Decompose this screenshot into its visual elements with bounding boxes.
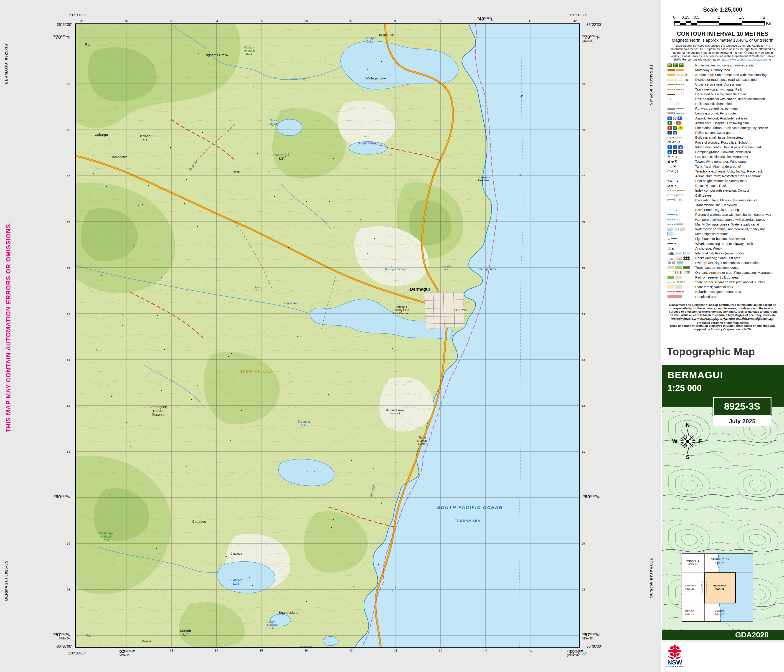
legend-label: Aquaculture farm; Restricted area; Landm… (695, 174, 761, 178)
corner-lat-bottom-right: -36°30'00" (585, 644, 602, 649)
grid-easting-bottom: 38 (394, 649, 397, 652)
legend-label: Transmission line; Cableway (695, 203, 737, 207)
legend-label: State forest; National park (695, 285, 733, 289)
legend-label: Airport; Heliport; Roadside rest area (695, 117, 748, 120)
scale-segment (686, 21, 691, 23)
distributor-local-icon: ▤ (667, 78, 695, 81)
grid-easting-top: 39 (439, 19, 442, 23)
grid-easting-top: 32 (125, 19, 128, 23)
legend-row: Waterbody: perennial, non perennial, mai… (667, 227, 779, 232)
corner-lon-bottom-left: 150°00'00" (68, 651, 86, 655)
wharf-rock-icon: ∗ (667, 243, 695, 245)
legend-label: Lighthouse or beacon; Breakwater (695, 237, 745, 241)
corner-lon-top-right: 150°07'30" (569, 13, 587, 17)
map-label: KE (86, 633, 91, 638)
map-label: BarraggaBay (300, 645, 313, 647)
busway-unsealed-icon (667, 94, 695, 95)
topographic-map-sheet: { "side_texts": { "left_top": "BERMAGUI … (0, 0, 784, 672)
map-label: Cuttagee (230, 552, 242, 555)
legend-label: Trees: sparse, medium, dense (695, 266, 739, 269)
map-label: Cuttagee (192, 520, 206, 523)
legend-label: Intertidal flat; Rocks (awash); Reef (695, 252, 745, 255)
grid-northing-right: 62 (582, 404, 585, 408)
legend-row: ⚑▼⊥Golf course; Historic site; Monument (667, 154, 779, 159)
copyright-link[interactable]: https://www.spatial.nsw.gov.au/copyright (720, 58, 773, 61)
corner-lat-top-left: -36°22'30" (56, 23, 72, 27)
park-builtup-icon (667, 276, 695, 279)
rail-operational-icon: ─○───┼── (667, 98, 695, 100)
grid-northing-left: 67 (67, 174, 70, 177)
legend-label: Waterbody: perennial, non perennial, mai… (695, 227, 765, 231)
document-type-title: Topographic Map (667, 345, 755, 358)
legend-row: ▤Distributor road, Local road with cattl… (667, 77, 779, 82)
grid-easting-bottom: 37 (349, 649, 353, 652)
suburb-lga-icon (667, 291, 695, 292)
grid-easting-bottom: 33 (170, 649, 173, 652)
grid-easting-bottom: 34 (215, 649, 218, 652)
legend-row: ●●+∿Bore; Pond; Regulator; Spring (667, 207, 779, 212)
legend-panel: Scale 1:25,000 00.250.511.52 Km CONTOUR … (661, 0, 784, 672)
map-label: TASMAN SEA (455, 519, 481, 523)
legend-label: Perennial watercourse with lock, barrier… (695, 213, 771, 216)
grid-easting-top: 42 (574, 19, 577, 23)
legend-label: Orchard, vineyard or crop; Pine plantati… (695, 271, 772, 274)
map-name: BERMAGUI (667, 370, 723, 381)
grid-easting-top: 36 (305, 19, 308, 23)
runway-icon (667, 107, 695, 110)
map-label: KE (85, 42, 90, 47)
map-label: KeatingsHeadland (478, 176, 490, 182)
index-sheet-name: MURRAH (715, 610, 725, 612)
legend-row: Motorway; Primary road (667, 68, 779, 72)
legend-label: Park or reserve; Built up area; (695, 275, 739, 279)
legend-row: ⚓◣Anchorage; Wreck (667, 246, 779, 251)
grid-northing-right: 69 (582, 82, 585, 86)
index-sheet-code: 8824-1N (685, 613, 694, 616)
svg-text:NSW: NSW (667, 659, 682, 666)
grid-easting-top: 38 (394, 19, 397, 23)
route-marker-icon: M1A32B79 (667, 64, 695, 67)
legend-row: Ω∗×Cave; Pinnacle; Rock (667, 184, 779, 188)
index-sheet-name: COBARGO (684, 584, 696, 587)
legend-label: Motorway; Primary road (695, 68, 730, 72)
legend-row: Suburb; Local government area (667, 289, 779, 294)
grid-northing-right: 58 (582, 588, 585, 591)
legend-label: State border; Cadastre with plan and lot… (695, 280, 765, 284)
map-label: The Big Steps (478, 268, 496, 271)
legend-row: ○□⚒Tank; Yard; Mine (underground) (667, 164, 779, 169)
legend-label: Place of worship; Post office; School (695, 141, 748, 144)
camping-lookout-picnic-icon: ▲◉∏ (667, 150, 695, 154)
legend-row: Track (vehicular) with gate; Path (667, 87, 779, 92)
perennial-watercourse-icon: ▮◖ (667, 213, 695, 216)
index-sheet-name: CENTRAL TILBA (711, 558, 729, 561)
scale-unit: Km (766, 21, 773, 26)
legend-label: Wharf, launching ramp or slipway; Rock (695, 242, 753, 246)
map-label: SOUTH PACIFIC OCEAN (437, 505, 503, 510)
index-sheet-code: 8924-4N (715, 613, 724, 615)
map-label: BEGA VALLEY (240, 369, 272, 373)
scale-bar: 00.250.511.52 Km (674, 15, 775, 28)
legend-label: Tank; Yard; Mine (underground) (695, 165, 741, 168)
datum-bar: GDA2020 (662, 630, 784, 640)
grid-easting-bottom: 36 (305, 649, 308, 652)
building-icon: ▪◆■Yurilla (667, 136, 695, 139)
map-scale: 1:25 000 (667, 383, 702, 393)
legend-row: Park or reserve; Built up area; (667, 275, 779, 280)
legend-row: — M —Excavation face; Mines subsidence d… (667, 198, 779, 202)
grid-easting-bottom: 40 (484, 649, 487, 652)
corner-lat-top-right: -36°22'30" (585, 23, 602, 27)
grid-northing-left: 62 (67, 404, 70, 408)
legend-label: Ambulance; Hospital; Lifesaving club (695, 121, 749, 125)
index-contour-icon: —100— (667, 189, 695, 192)
scale-tick: 1 (718, 15, 720, 20)
legend-label: Index contour with elevation; Contour (695, 189, 750, 192)
map-label: Dignams Creek (205, 53, 228, 57)
dry-watercourse-canal-icon (667, 224, 695, 225)
divider-strip (662, 640, 784, 642)
map-svg: KEDignams CreekGulagaNationalParkBeauty … (76, 24, 579, 647)
legend-label: Suburb; Local government area (695, 290, 741, 294)
grid-northing-left: 69 (67, 82, 70, 86)
grid-full-label: 5960000mN (582, 494, 600, 499)
map-area: KEDignams CreekGulagaNationalParkBeauty … (76, 24, 579, 647)
map-label: Snake Island (279, 611, 299, 614)
map-label: BlackLagoon (268, 118, 278, 126)
